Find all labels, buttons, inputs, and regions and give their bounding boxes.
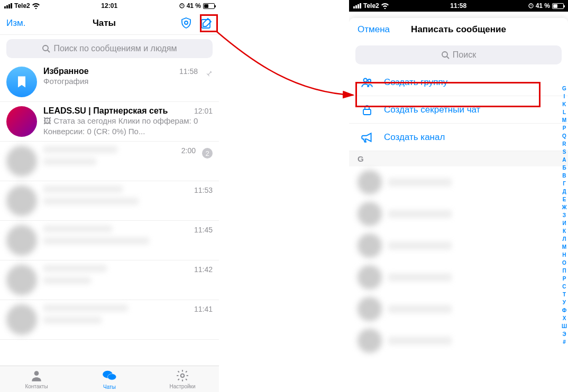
index-letter[interactable]: Д [562, 188, 567, 195]
phone-left: Tele2 12:01 41 % Изм. Чаты Поиск по сооб… [0, 0, 219, 392]
avatar [358, 202, 382, 226]
chat-time: 11:53 [194, 186, 213, 194]
index-letter[interactable]: S [562, 148, 567, 156]
contact-name [388, 241, 452, 250]
chat-time: 12:01 [194, 107, 213, 115]
index-letter[interactable]: Г [562, 180, 567, 188]
chat-row[interactable]: 11:41 [0, 300, 219, 340]
svg-point-4 [34, 371, 39, 376]
index-letter[interactable]: З [562, 211, 567, 219]
index-letter[interactable]: R [562, 140, 567, 148]
status-bar: Tele2 12:01 41 % [0, 0, 219, 12]
index-letter[interactable]: Э [562, 330, 567, 338]
index-letter[interactable]: М [562, 243, 567, 251]
chat-row[interactable]: 11:45 [0, 221, 219, 260]
index-letter[interactable]: K [562, 100, 567, 108]
edit-button[interactable]: Изм. [6, 18, 43, 29]
index-letter[interactable]: Л [562, 235, 567, 243]
index-letter[interactable]: Ж [562, 203, 567, 211]
modal-nav: Отмена Написать сообщение [349, 18, 568, 41]
contact-name [388, 337, 452, 345]
index-letter[interactable]: M [562, 116, 567, 124]
index-letter[interactable]: У [562, 298, 567, 306]
cancel-button[interactable]: Отмена [358, 24, 405, 35]
chat-row-leads[interactable]: LEADS.SU | Партнерская сеть12:01 🖼 Стата… [0, 102, 219, 142]
avatar [358, 234, 382, 258]
index-letter[interactable]: П [562, 267, 567, 275]
battery-label: 41 % [536, 2, 550, 10]
contact-row[interactable] [349, 198, 568, 230]
index-letter[interactable]: Р [562, 275, 567, 283]
contact-row[interactable] [349, 166, 568, 198]
modal-title: Написать сообщение [405, 24, 512, 35]
contact-row[interactable] [349, 293, 568, 325]
chat-row[interactable]: 2:00 2 [0, 142, 219, 181]
contact-name [388, 305, 452, 313]
action-new-group[interactable]: Создать группу [349, 69, 568, 96]
index-letter[interactable]: P [562, 124, 567, 132]
tab-label: Чаты [103, 384, 116, 390]
lock-icon [179, 3, 185, 8]
index-letter[interactable]: # [562, 338, 567, 346]
contact-row[interactable] [349, 262, 568, 293]
alphabet-index[interactable]: GIKLMPQRSАБВГДЕЖЗИКЛМНОПРСТУФХШЭ# [562, 85, 567, 346]
lock-icon [360, 104, 374, 116]
section-header: G [349, 151, 568, 166]
svg-point-9 [442, 52, 447, 57]
index-letter[interactable]: Б [562, 164, 567, 172]
chat-row-favorites[interactable]: Избранное11:58 Фотография [0, 62, 219, 102]
chat-time: 11:58 [179, 67, 198, 76]
chat-time: 11:42 [194, 265, 213, 274]
index-letter[interactable]: Ф [562, 306, 567, 314]
index-letter[interactable]: В [562, 172, 567, 180]
chat-list[interactable]: Избранное11:58 Фотография LEADS.SU | Пар… [0, 62, 219, 366]
chat-preview [43, 237, 149, 245]
index-letter[interactable]: К [562, 227, 567, 235]
contact-row[interactable] [349, 230, 568, 262]
contact-row[interactable] [349, 325, 568, 357]
tab-settings[interactable]: Настройки [146, 366, 219, 392]
search-bar[interactable]: Поиск по сообщениям и людям [6, 39, 213, 58]
tab-contacts[interactable]: Контакты [0, 366, 73, 392]
compose-icon[interactable] [200, 17, 213, 30]
action-new-channel[interactable]: Создать канал [349, 124, 568, 151]
action-new-secret-chat[interactable]: Создать секретный чат [349, 96, 568, 124]
bookmark-icon [6, 67, 37, 97]
avatar [6, 265, 37, 295]
status-time: 12:01 [40, 2, 179, 10]
avatar [358, 329, 382, 353]
chat-row[interactable]: 11:42 [0, 260, 219, 300]
index-letter[interactable]: Q [562, 132, 567, 140]
search-placeholder: Поиск по сообщениям и людям [53, 44, 177, 53]
index-letter[interactable]: I [562, 92, 567, 100]
index-letter[interactable]: И [562, 219, 567, 227]
index-letter[interactable]: Т [562, 291, 567, 298]
index-letter[interactable]: Ш [562, 322, 567, 330]
avatar [6, 304, 37, 335]
carrier-label: Tele2 [14, 2, 30, 10]
lock-icon [528, 3, 534, 8]
index-letter[interactable]: Е [562, 195, 567, 203]
index-letter[interactable]: G [562, 85, 567, 92]
index-letter[interactable]: Х [562, 314, 567, 322]
search-bar[interactable]: Поиск [355, 45, 562, 64]
shield-icon[interactable] [180, 17, 193, 30]
index-letter[interactable]: А [562, 156, 567, 164]
chat-name [43, 225, 112, 232]
chat-name: Избранное [43, 67, 89, 76]
unread-badge: 2 [202, 148, 213, 158]
tab-label: Настройки [169, 384, 195, 389]
gap [219, 0, 349, 392]
battery-icon [203, 3, 215, 9]
index-letter[interactable]: С [562, 283, 567, 291]
chat-name [43, 304, 128, 312]
chat-row[interactable]: 11:53 [0, 181, 219, 221]
index-letter[interactable]: О [562, 259, 567, 267]
index-letter[interactable]: L [562, 108, 567, 116]
index-letter[interactable]: Н [562, 251, 567, 259]
chat-time: 11:45 [194, 226, 213, 234]
chat-name [43, 185, 123, 193]
tab-chats[interactable]: Чаты [73, 366, 146, 392]
svg-point-3 [43, 45, 48, 51]
action-label: Создать канал [384, 132, 445, 143]
